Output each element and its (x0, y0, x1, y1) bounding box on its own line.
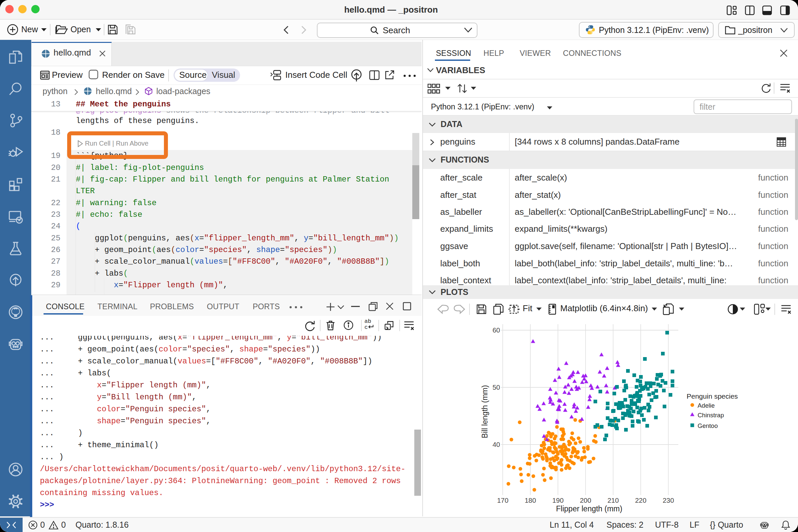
svg-text:180: 180 (525, 496, 536, 504)
svg-text:200: 200 (580, 496, 591, 504)
svg-text:Gentoo: Gentoo (698, 422, 718, 429)
svg-text:220: 220 (635, 496, 646, 504)
svg-text:50: 50 (492, 383, 500, 391)
svg-text:Chinstrap: Chinstrap (698, 412, 724, 419)
svg-text:190: 190 (552, 496, 564, 504)
svg-text:40: 40 (492, 440, 500, 448)
svg-text:Adelie: Adelie (698, 402, 715, 409)
svg-text:230: 230 (663, 496, 674, 504)
svg-text:Bill length (mm): Bill length (mm) (480, 385, 489, 438)
svg-text:60: 60 (492, 326, 500, 334)
svg-text:Penguin species: Penguin species (687, 392, 738, 400)
svg-text:Flipper length (mm): Flipper length (mm) (556, 505, 622, 513)
svg-text:170: 170 (497, 496, 508, 504)
svg-text:210: 210 (607, 496, 619, 504)
